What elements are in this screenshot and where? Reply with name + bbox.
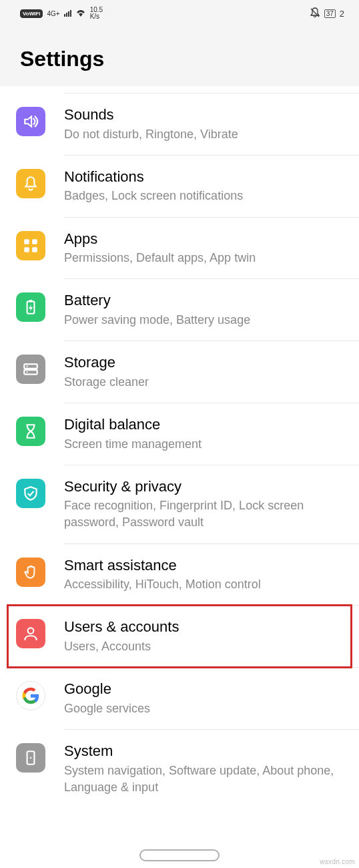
item-title: Sounds [64, 105, 347, 125]
page-title: Settings [20, 47, 339, 71]
item-title: Security & privacy [64, 477, 347, 497]
settings-item-storage[interactable]: StorageStorage cleaner [0, 341, 359, 403]
item-title: Apps [64, 230, 347, 249]
svg-rect-1 [24, 239, 29, 244]
item-subtitle: Badges, Lock screen notifications [64, 188, 347, 204]
status-bar: VoWiFi 4G+ 10.5K/s 37 2 [0, 0, 359, 27]
gesture-nav-bar[interactable] [0, 849, 359, 861]
item-subtitle: Permissions, Default apps, App twin [64, 250, 347, 266]
network-label: 4G+ [47, 10, 59, 17]
page-header: Settings [0, 27, 359, 86]
item-title: Storage [64, 353, 347, 373]
signal-icon [64, 10, 71, 17]
storage-icon [16, 355, 45, 384]
apps-icon [16, 231, 45, 260]
item-title: Battery [64, 291, 347, 310]
settings-item-system[interactable]: SystemSystem navigation, Software update… [0, 730, 359, 808]
speed-indicator: 10.5K/s [90, 7, 103, 20]
system-icon [16, 743, 45, 773]
item-subtitle: Screen time management [64, 436, 347, 453]
svg-rect-6 [29, 300, 32, 302]
settings-item-smart-assistance[interactable]: Smart assistanceAccessibility, HiTouch, … [0, 544, 359, 606]
svg-rect-7 [24, 365, 37, 369]
hand-icon [16, 558, 45, 587]
sound-icon [16, 107, 45, 136]
settings-list: SoundsDo not disturb, Ringtone, VibrateN… [0, 86, 359, 808]
settings-item-digital-balance[interactable]: Digital balanceScreen time management [0, 403, 359, 465]
hourglass-icon [16, 417, 45, 446]
svg-point-11 [28, 628, 34, 634]
user-icon [16, 619, 45, 648]
google-icon [16, 681, 45, 710]
settings-item-google[interactable]: GoogleGoogle services [0, 668, 359, 729]
item-title: Google [64, 680, 347, 699]
settings-item-sounds[interactable]: SoundsDo not disturb, Ringtone, Vibrate [0, 93, 359, 155]
settings-item-users-accounts[interactable]: Users & accountsUsers, Accounts [0, 606, 359, 667]
item-subtitle: Google services [64, 700, 347, 717]
settings-item-security-privacy[interactable]: Security & privacyFace recognition, Fing… [0, 465, 359, 544]
svg-point-10 [27, 371, 28, 373]
settings-item-notifications[interactable]: NotificationsBadges, Lock screen notific… [0, 156, 359, 217]
svg-rect-8 [24, 370, 37, 375]
vowifi-badge: VoWiFi [20, 9, 43, 18]
do-not-disturb-icon [310, 7, 320, 20]
shield-icon [16, 479, 45, 508]
item-title: Digital balance [64, 415, 347, 435]
item-subtitle: System navigation, Software update, Abou… [64, 763, 347, 796]
wifi-icon [75, 8, 86, 19]
svg-rect-4 [32, 247, 37, 252]
item-title: System [64, 742, 347, 761]
item-title: Notifications [64, 168, 347, 187]
svg-point-9 [27, 366, 28, 367]
item-subtitle: Do not disturb, Ringtone, Vibrate [64, 126, 347, 143]
item-subtitle: Users, Accounts [64, 638, 347, 655]
cutoff-row [64, 86, 359, 93]
item-title: Users & accounts [64, 618, 347, 637]
item-title: Smart assistance [64, 556, 347, 576]
item-subtitle: Storage cleaner [64, 374, 347, 391]
settings-item-apps[interactable]: AppsPermissions, Default apps, App twin [0, 218, 359, 279]
bell-icon [16, 169, 45, 198]
item-subtitle: Face recognition, Fingerprint ID, Lock s… [64, 497, 347, 531]
svg-rect-3 [24, 247, 29, 252]
battery-indicator: 37 [324, 9, 336, 18]
svg-point-13 [30, 757, 32, 759]
item-subtitle: Accessibility, HiTouch, Motion control [64, 576, 347, 593]
settings-item-battery[interactable]: BatteryPower saving mode, Battery usage [0, 279, 359, 341]
battery-icon [16, 292, 45, 322]
svg-rect-2 [32, 239, 37, 244]
item-subtitle: Power saving mode, Battery usage [64, 312, 347, 329]
battery-extra: 2 [340, 9, 344, 19]
watermark: wsxdn.com [320, 858, 355, 865]
